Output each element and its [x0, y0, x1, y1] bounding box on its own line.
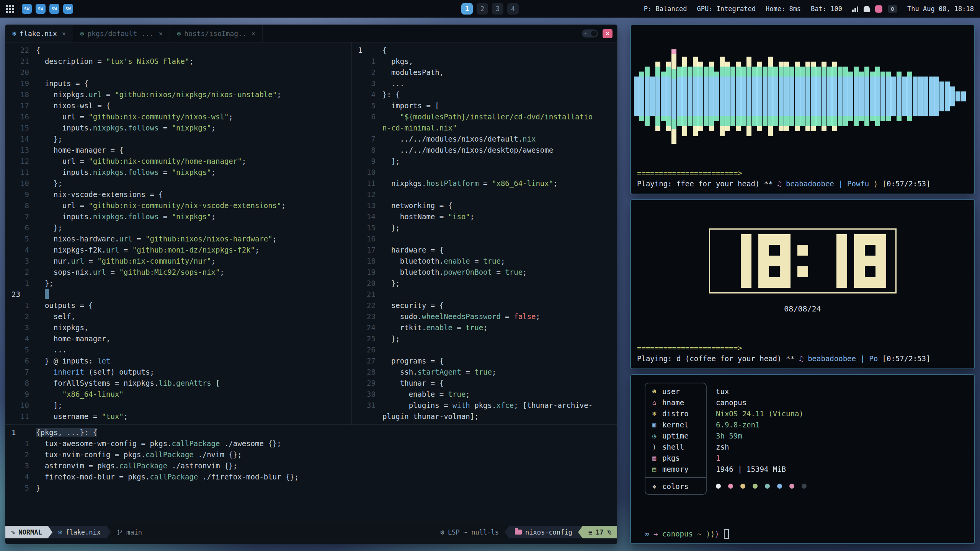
tag-icon[interactable]: SW — [36, 4, 46, 14]
line-text: n-cd-minimal.nix" — [382, 122, 457, 134]
text-segment: ⟩ — [874, 179, 882, 188]
titlebar-toggle[interactable] — [582, 29, 598, 37]
fetch-divider — [645, 477, 706, 478]
line-text: { — [382, 45, 387, 56]
editor-tabline: ❄flake.nix×❄pkgs/default ...×❄hosts/isoI… — [5, 25, 617, 42]
editor-tab[interactable]: ❄hosts/isoImag..× — [170, 25, 263, 42]
visualizer-bar — [805, 25, 810, 168]
workspace-button[interactable]: 1 — [461, 3, 473, 15]
editor-pane-flake[interactable]: 22{21 description = "tux's NixOS Flake";… — [5, 42, 352, 424]
line-number: 23 — [356, 311, 376, 322]
line-text: }; — [382, 222, 400, 233]
visualizer-bar — [752, 25, 757, 168]
tab-close-icon[interactable]: × — [62, 30, 66, 37]
editor-pane-pkgs[interactable]: 1{pkgs, ...}: {1 tux-awesome-wm-config =… — [5, 424, 617, 526]
visualizer-bar — [800, 25, 805, 168]
project-segment: nixos-config — [509, 526, 578, 538]
editor-line: 1{ — [356, 45, 617, 56]
line-number: 22 — [356, 300, 376, 311]
visualizer-bar — [709, 25, 714, 168]
editor-line: 9 nix-vscode-extensions = { — [9, 189, 351, 200]
text-segment: ♫ — [777, 179, 786, 188]
fetch-value: zsh — [716, 442, 729, 452]
line-number: 1 — [9, 427, 29, 438]
editor-line: 2 tux-nvim-config = pkgs.callPackage ./n… — [9, 449, 617, 460]
top-bar: SWSWSWSW 1234 P: BalancedGPU: Integrated… — [0, 0, 980, 18]
memory-icon: ▤ — [650, 464, 658, 474]
editor-line: 9 "x86_64-linux" — [9, 389, 351, 400]
line-text: ../../modules/nixos/default.nix — [382, 134, 536, 145]
visualizer-bar — [704, 25, 709, 168]
camera-icon[interactable] — [888, 5, 897, 13]
workspace-button[interactable]: 3 — [492, 3, 503, 15]
terminal-fetch-window: ☻user⌂hname❄distro▣kernel◷uptime⟩shell▦p… — [630, 374, 975, 544]
line-number: 8 — [9, 378, 29, 389]
editor-line: 5 ... — [9, 344, 351, 355]
line-text: username = "tux"; — [36, 411, 128, 422]
editor-line: 29 thunar = { — [356, 378, 617, 389]
fetch-value-row: 3h 59m — [716, 430, 810, 441]
visualizer-bar — [661, 25, 666, 168]
editor-line: 8 url = "github:nix-community/nix-vscode… — [9, 200, 351, 211]
network-icon[interactable] — [852, 6, 858, 12]
line-number: 11 — [356, 178, 376, 189]
line-text: hardware = { — [382, 245, 444, 256]
line-number: 5 — [9, 344, 29, 355]
line-text: }: { — [382, 89, 400, 100]
line-text: forAllSystems = nixpkgs.lib.genAttrs [ — [36, 378, 220, 389]
tag-icon[interactable]: SW — [49, 4, 59, 14]
editor-splits: 22{21 description = "tux's NixOS Flake";… — [5, 42, 617, 424]
visualizer-bar — [795, 25, 800, 168]
tab-label: flake.nix — [20, 29, 57, 37]
editor-line: 16 — [356, 233, 617, 245]
line-number: 9 — [9, 189, 29, 200]
tab-close-icon[interactable]: × — [159, 30, 163, 37]
branch-segment: main — [111, 526, 148, 538]
line-text: inputs.nixpkgs.follows = "nixpkgs"; — [36, 211, 216, 222]
line-number: 18 — [9, 89, 29, 100]
line-text: programs = { — [382, 355, 444, 367]
editor-pane-isoimage[interactable]: 1{1 pkgs,2 modulesPath,3 ...4}: {5 impor… — [352, 42, 617, 424]
line-text: ... — [382, 78, 404, 89]
clock-colon — [797, 234, 808, 288]
editor-tab[interactable]: ❄flake.nix× — [5, 25, 73, 42]
now-playing-line: Playing: d (coffee for your head) ** ♫ b… — [631, 353, 974, 368]
editor-line: 1 pkgs, — [356, 56, 617, 67]
fetch-value: NixOS 24.11 (Vicuna) — [716, 408, 804, 419]
visualizer-bar — [827, 25, 832, 168]
editor-line: 3 ... — [356, 78, 617, 89]
text-segment: ⟩ — [710, 528, 715, 539]
shell-prompt[interactable]: ∞ → canopus ~ ⟩⟩⟩ — [645, 528, 974, 539]
app-launcher-icon[interactable] — [6, 5, 14, 13]
editor-line: 1 tux-awesome-wm-config = pkgs.callPacka… — [9, 438, 617, 449]
editor-line: 10 }; — [9, 178, 351, 189]
workspace-button[interactable]: 4 — [507, 3, 519, 15]
workspace-button[interactable]: 2 — [477, 3, 488, 15]
visualizer-bar — [789, 25, 794, 168]
line-text: url = "github:nix-community/nixos-wsl"; — [36, 111, 233, 122]
fetch-value-row: tux — [716, 386, 810, 397]
record-icon[interactable] — [875, 5, 882, 13]
tag-icon[interactable]: SW — [63, 4, 73, 14]
color-dot — [765, 484, 770, 489]
line-number: 12 — [9, 156, 29, 167]
status-metric: Bat: 100 — [811, 5, 842, 13]
tab-close-icon[interactable]: × — [252, 30, 255, 37]
line-number: 19 — [356, 267, 376, 278]
now-playing-line: Playing: ffee for your head) ** ♫ beabad… — [631, 178, 974, 194]
editor-line: 22 security = { — [356, 300, 617, 311]
ghost-icon[interactable] — [864, 6, 870, 12]
command-line — [5, 538, 617, 544]
text-segment: [0:57/2:53] — [882, 354, 931, 363]
folder-icon — [515, 530, 522, 535]
window-close-button[interactable]: × — [603, 29, 612, 38]
editor-line: 12 — [356, 189, 617, 200]
fetch-value-row: 1946 | 15394 MiB — [716, 463, 810, 474]
line-text: nur.url = "github:nix-community/nur"; — [36, 256, 216, 267]
line-text: inherit (self) outputs; — [36, 367, 154, 378]
line-text: inputs = { — [36, 78, 88, 89]
editor-tab[interactable]: ❄pkgs/default ...× — [73, 25, 170, 42]
editor-line: 11 inputs.nixpkgs.follows = "nixpkgs"; — [9, 167, 351, 178]
tag-icon[interactable]: SW — [22, 4, 32, 14]
editor-line: 26 — [356, 344, 617, 355]
